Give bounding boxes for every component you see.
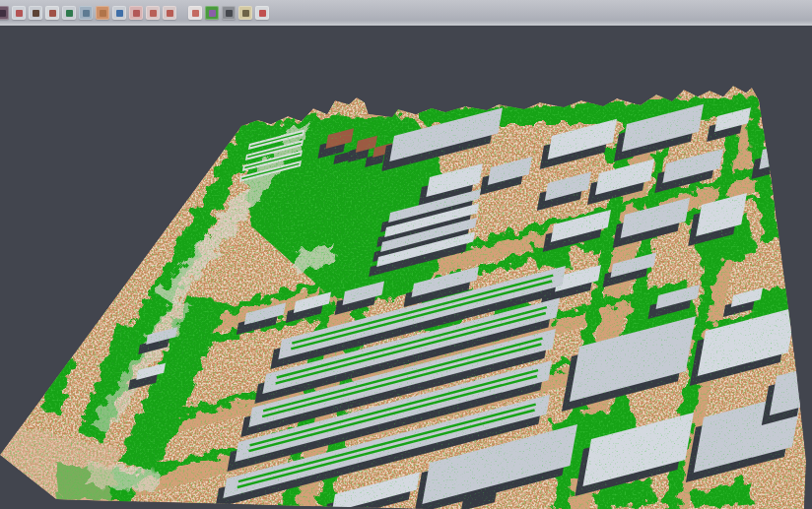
application-window <box>0 0 812 509</box>
clipping-box-glyph <box>192 10 199 17</box>
toolbar-icon-annotations[interactable] <box>238 6 252 20</box>
viewport-3d[interactable] <box>0 0 812 509</box>
selection-box-glyph <box>167 10 173 17</box>
camera-glyph <box>226 10 233 17</box>
toolbar-icon-globe[interactable] <box>112 6 126 20</box>
green-hill-glyph <box>66 10 73 17</box>
toolbar-icon-orange-box[interactable] <box>96 6 109 20</box>
toolbar-icon-snapshot[interactable] <box>45 6 59 20</box>
blue-column-glyph <box>83 10 90 17</box>
toolbar-icon-terrain-mound[interactable] <box>29 6 42 20</box>
globe-glyph <box>116 10 123 17</box>
colormap-glyph <box>209 10 216 17</box>
toolbar-icon-point-picking[interactable] <box>12 6 26 20</box>
red-flag-glyph <box>259 10 266 17</box>
main-toolbar <box>0 0 812 26</box>
toolbar-icon-red-list[interactable] <box>129 6 143 20</box>
point-picking-glyph <box>16 10 23 17</box>
toolbar-icon-blue-column[interactable] <box>79 6 93 20</box>
toolbar-icon-red-flag[interactable] <box>255 6 269 20</box>
toolbar-icon-colormap[interactable] <box>205 6 219 20</box>
toolbar-icon-mesh-import[interactable] <box>0 6 9 20</box>
annotations-glyph <box>242 10 249 17</box>
toolbar-icon-clipping-box[interactable] <box>188 6 202 20</box>
terrain-mound-glyph <box>33 10 39 17</box>
mesh-import-glyph <box>0 10 6 17</box>
toolbar-icon-green-hill[interactable] <box>62 6 76 20</box>
toolbar-icon-camera[interactable] <box>222 6 236 20</box>
orange-box-glyph <box>100 10 106 17</box>
snapshot-glyph <box>49 10 56 17</box>
red-ring-glyph <box>150 10 157 17</box>
toolbar-icon-selection-box[interactable] <box>163 6 176 20</box>
red-list-glyph <box>133 10 140 17</box>
toolbar-icon-red-ring[interactable] <box>146 6 160 20</box>
